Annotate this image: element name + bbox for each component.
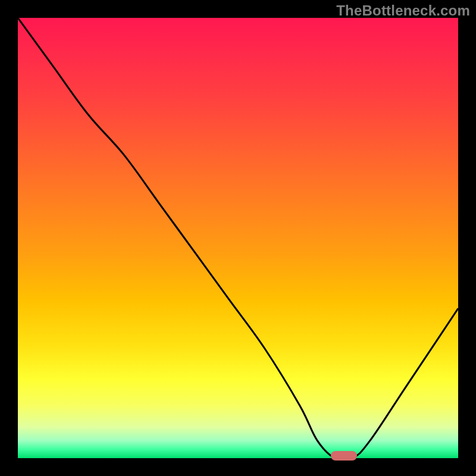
bottleneck-curve (18, 18, 458, 458)
plot-area (18, 18, 458, 458)
watermark-text: TheBottleneck.com (336, 2, 470, 19)
curve-path (18, 18, 458, 458)
chart-container: TheBottleneck.com (0, 0, 476, 476)
optimal-marker (331, 451, 357, 461)
